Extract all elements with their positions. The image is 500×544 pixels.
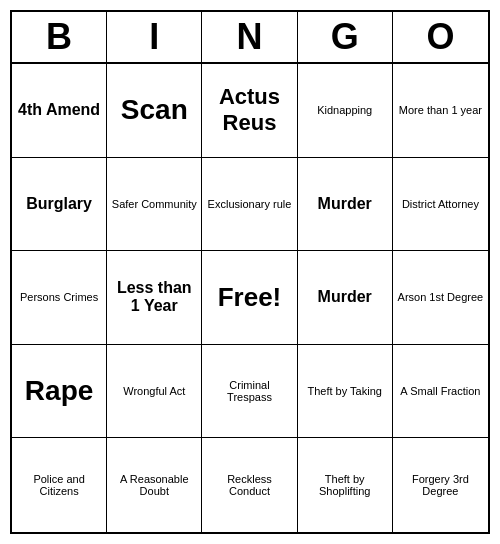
bingo-cell: Criminal Trespass [202, 345, 297, 439]
bingo-grid: 4th AmendScanActus ReusKidnappingMore th… [12, 64, 488, 532]
bingo-cell: District Attorney [393, 158, 488, 252]
header-letter: B [12, 12, 107, 62]
bingo-cell: Persons Crimes [12, 251, 107, 345]
cell-text: Burglary [26, 195, 92, 213]
bingo-cell: Theft by Taking [298, 345, 393, 439]
bingo-card: BINGO 4th AmendScanActus ReusKidnappingM… [10, 10, 490, 534]
cell-text: Safer Community [112, 198, 197, 210]
bingo-cell: Arson 1st Degree [393, 251, 488, 345]
cell-text: Murder [318, 288, 372, 306]
bingo-cell: Burglary [12, 158, 107, 252]
bingo-cell: Actus Reus [202, 64, 297, 158]
cell-text: Theft by Shoplifting [302, 473, 388, 497]
cell-text: Less than 1 Year [111, 279, 197, 315]
bingo-cell: Kidnapping [298, 64, 393, 158]
cell-text: Police and Citizens [16, 473, 102, 497]
bingo-cell: Rape [12, 345, 107, 439]
bingo-cell: A Reasonable Doubt [107, 438, 202, 532]
bingo-cell: Less than 1 Year [107, 251, 202, 345]
bingo-cell: More than 1 year [393, 64, 488, 158]
cell-text: 4th Amend [18, 101, 100, 119]
bingo-cell: A Small Fraction [393, 345, 488, 439]
cell-text: Persons Crimes [20, 291, 98, 303]
header-letter: I [107, 12, 202, 62]
bingo-cell: Exclusionary rule [202, 158, 297, 252]
cell-text: Free! [218, 282, 282, 313]
bingo-header: BINGO [12, 12, 488, 64]
cell-text: Scan [121, 94, 188, 126]
bingo-cell: Wrongful Act [107, 345, 202, 439]
cell-text: A Small Fraction [400, 385, 480, 397]
bingo-cell: Forgery 3rd Degree [393, 438, 488, 532]
cell-text: A Reasonable Doubt [111, 473, 197, 497]
bingo-cell: Murder [298, 158, 393, 252]
cell-text: Actus Reus [206, 84, 292, 136]
cell-text: Murder [318, 195, 372, 213]
cell-text: Wrongful Act [123, 385, 185, 397]
cell-text: Forgery 3rd Degree [397, 473, 484, 497]
cell-text: Reckless Conduct [206, 473, 292, 497]
bingo-cell: 4th Amend [12, 64, 107, 158]
bingo-cell: Free! [202, 251, 297, 345]
bingo-cell: Safer Community [107, 158, 202, 252]
bingo-cell: Scan [107, 64, 202, 158]
cell-text: More than 1 year [399, 104, 482, 116]
cell-text: Arson 1st Degree [398, 291, 484, 303]
header-letter: G [298, 12, 393, 62]
cell-text: Rape [25, 375, 93, 407]
bingo-cell: Theft by Shoplifting [298, 438, 393, 532]
bingo-cell: Murder [298, 251, 393, 345]
cell-text: Exclusionary rule [208, 198, 292, 210]
cell-text: Criminal Trespass [206, 379, 292, 403]
bingo-cell: Reckless Conduct [202, 438, 297, 532]
header-letter: O [393, 12, 488, 62]
cell-text: Theft by Taking [307, 385, 381, 397]
cell-text: Kidnapping [317, 104, 372, 116]
bingo-cell: Police and Citizens [12, 438, 107, 532]
header-letter: N [202, 12, 297, 62]
cell-text: District Attorney [402, 198, 479, 210]
